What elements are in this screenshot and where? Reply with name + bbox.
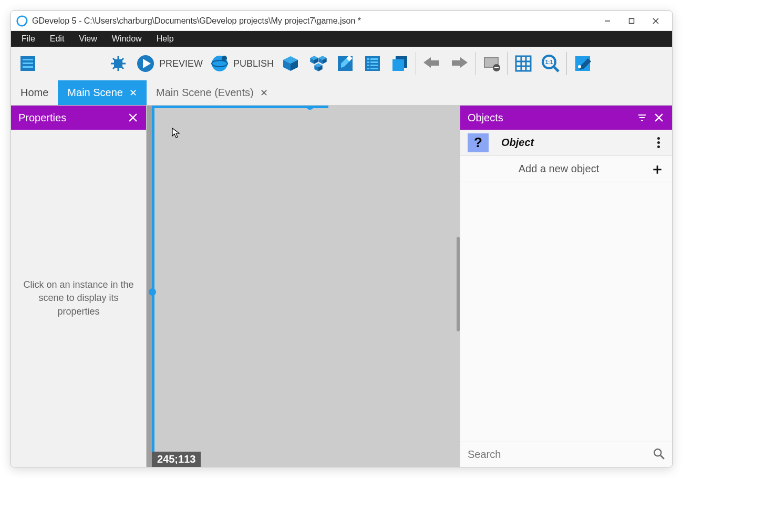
objects-panel-close-icon[interactable] xyxy=(653,112,665,123)
publish-button[interactable]: PUBLISH xyxy=(206,51,277,76)
plus-icon: ＋ xyxy=(650,159,665,179)
svg-point-21 xyxy=(222,56,227,61)
toolbar-separator xyxy=(507,52,508,75)
properties-panel-title: Properties xyxy=(18,112,66,124)
svg-rect-45 xyxy=(370,68,378,69)
grid-button[interactable] xyxy=(510,51,537,76)
svg-point-63 xyxy=(578,65,581,68)
tab-main-scene-events-label: Main Scene (Events) xyxy=(156,87,254,99)
svg-rect-41 xyxy=(370,61,378,63)
objects-search-input[interactable] xyxy=(468,448,653,461)
window-controls xyxy=(595,13,668,29)
open-instances-button[interactable] xyxy=(359,51,386,76)
app-window: GDevelop 5 - C:\Users\charburg\Documents… xyxy=(11,11,673,467)
objects-panel-title: Objects xyxy=(468,112,503,124)
debugger-button[interactable] xyxy=(105,51,132,76)
minimize-button[interactable] xyxy=(595,13,619,29)
svg-rect-40 xyxy=(367,61,369,63)
objects-panel: Objects ? Object xyxy=(460,106,672,467)
svg-line-15 xyxy=(113,67,115,69)
toolbar: PREVIEW PUBLISH xyxy=(11,47,672,80)
menu-view[interactable]: View xyxy=(71,33,104,45)
preview-label: PREVIEW xyxy=(159,58,203,69)
properties-panel: Properties Click on an instance in the s… xyxy=(11,106,147,467)
properties-empty-hint: Click on an instance in the scene to dis… xyxy=(18,278,139,318)
open-properties-button[interactable] xyxy=(332,51,359,76)
cursor-icon xyxy=(172,128,180,138)
tab-home-label: Home xyxy=(20,87,48,99)
scene-frame: 245;113 xyxy=(152,106,460,467)
scene-border-top xyxy=(152,106,328,108)
svg-rect-38 xyxy=(367,58,369,60)
canvas-gutter xyxy=(147,106,152,467)
undo-button[interactable] xyxy=(418,51,446,76)
app-logo-icon xyxy=(16,15,28,27)
scene-vertical-scrollbar[interactable] xyxy=(457,237,460,331)
object-row[interactable]: ? Object xyxy=(460,130,672,156)
svg-marker-49 xyxy=(452,57,468,68)
svg-point-72 xyxy=(654,449,661,456)
project-manager-button[interactable] xyxy=(14,51,42,76)
svg-rect-53 xyxy=(494,67,499,68)
svg-rect-44 xyxy=(367,68,369,69)
scene-canvas[interactable]: 245;113 xyxy=(147,106,460,467)
close-window-button[interactable] xyxy=(644,13,668,29)
object-name: Object xyxy=(501,137,652,149)
object-more-icon[interactable] xyxy=(652,137,665,148)
open-objects-button[interactable] xyxy=(277,51,304,76)
add-object-label: Add a new object xyxy=(468,163,650,175)
maximize-button[interactable] xyxy=(619,13,644,29)
scene-handle-left[interactable] xyxy=(149,288,156,296)
search-icon[interactable] xyxy=(653,448,665,462)
redo-button[interactable] xyxy=(446,51,473,76)
tab-bar: Home Main Scene ✕ Main Scene (Events) ✕ xyxy=(11,80,672,106)
properties-panel-close-icon[interactable] xyxy=(127,112,139,123)
svg-line-16 xyxy=(121,67,123,69)
tab-main-scene[interactable]: Main Scene ✕ xyxy=(58,80,147,105)
svg-rect-1 xyxy=(629,18,634,23)
properties-panel-body: Click on an instance in the scene to dis… xyxy=(11,130,146,467)
object-thumb-glyph: ? xyxy=(474,134,482,151)
main-area: Properties Click on an instance in the s… xyxy=(11,106,672,467)
svg-marker-66 xyxy=(172,128,179,138)
add-object-row[interactable]: Add a new object ＋ xyxy=(460,156,672,182)
svg-rect-6 xyxy=(23,62,33,64)
objects-list: ? Object Add a new object ＋ xyxy=(460,130,672,442)
tab-main-scene-label: Main Scene xyxy=(67,87,123,99)
svg-rect-42 xyxy=(367,65,369,66)
svg-line-14 xyxy=(121,58,123,60)
open-layers-button[interactable] xyxy=(386,51,413,76)
svg-marker-48 xyxy=(423,57,439,68)
mask-button[interactable] xyxy=(478,51,505,76)
cursor-coordinates: 245;113 xyxy=(152,452,201,467)
svg-rect-54 xyxy=(516,56,531,71)
object-thumbnail: ? xyxy=(468,133,489,152)
menu-help[interactable]: Help xyxy=(149,33,181,45)
objects-panel-header: Objects xyxy=(460,106,672,130)
menu-bar: File Edit View Window Help xyxy=(11,31,672,47)
open-groups-button[interactable] xyxy=(304,51,332,76)
svg-rect-47 xyxy=(392,59,404,71)
objects-search-row xyxy=(460,442,672,467)
menu-window[interactable]: Window xyxy=(105,33,149,45)
zoom-reset-button[interactable]: 1:1 xyxy=(537,51,564,76)
tab-main-scene-events-close-icon[interactable]: ✕ xyxy=(260,87,268,99)
tab-main-scene-events[interactable]: Main Scene (Events) ✕ xyxy=(147,80,277,105)
tab-main-scene-close-icon[interactable]: ✕ xyxy=(129,87,137,99)
menu-file[interactable]: File xyxy=(14,33,43,45)
svg-rect-5 xyxy=(23,59,33,60)
menu-edit[interactable]: Edit xyxy=(43,33,72,45)
svg-line-60 xyxy=(553,66,559,71)
svg-text:1:1: 1:1 xyxy=(545,59,553,65)
tab-home[interactable]: Home xyxy=(11,80,58,105)
svg-rect-7 xyxy=(23,66,33,68)
preview-button[interactable]: PREVIEW xyxy=(132,51,206,76)
scene-handle-top[interactable] xyxy=(306,106,314,110)
toolbar-separator xyxy=(416,52,416,75)
svg-line-73 xyxy=(660,455,664,459)
settings-button[interactable] xyxy=(569,51,596,76)
objects-filter-icon[interactable] xyxy=(636,112,648,123)
scene-border-left xyxy=(152,106,154,467)
toolbar-separator xyxy=(566,52,567,75)
title-bar: GDevelop 5 - C:\Users\charburg\Documents… xyxy=(11,11,672,31)
